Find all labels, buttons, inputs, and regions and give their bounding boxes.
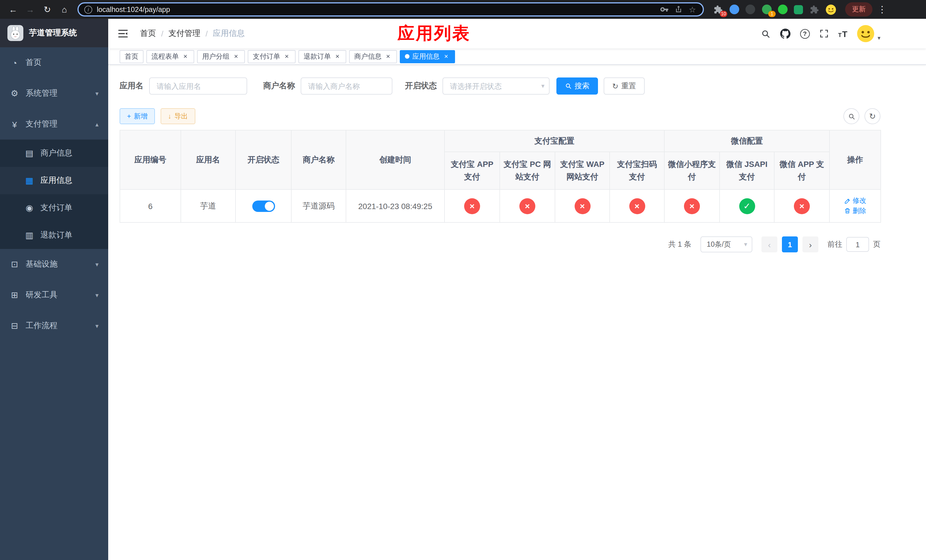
export-button[interactable]: ↓ 导出 bbox=[160, 108, 195, 124]
sidebar-item-pay-order[interactable]: ◉ 支付订单 bbox=[0, 194, 108, 222]
goto-suffix-label: 页 bbox=[873, 239, 881, 250]
chrome-update-button[interactable]: 更新 bbox=[845, 2, 873, 17]
edit-link[interactable]: 修改 bbox=[844, 196, 866, 206]
col-group-alipay: 支付宝配置 bbox=[445, 130, 664, 152]
page-size-select[interactable]: ▾ bbox=[701, 236, 752, 252]
close-icon[interactable]: × bbox=[232, 53, 240, 60]
extension-blue-icon[interactable] bbox=[729, 5, 739, 14]
site-info-icon[interactable]: i bbox=[84, 5, 92, 14]
extension-dark-icon[interactable] bbox=[746, 5, 755, 14]
extension-green-badged-icon[interactable]: 1 bbox=[761, 4, 772, 15]
search-button-label: 搜索 bbox=[575, 81, 589, 91]
tab-pay-order[interactable]: 支付订单 × bbox=[248, 50, 295, 63]
toggle-search-button[interactable] bbox=[843, 108, 859, 124]
tab-home[interactable]: 首页 bbox=[120, 50, 144, 63]
close-icon[interactable]: × bbox=[384, 53, 392, 60]
sidebar-item-merchant-info[interactable]: ▤ 商户信息 bbox=[0, 139, 108, 167]
tags-view: 首页 流程表单 × 用户分组 × 支付订单 × 退款订单 × bbox=[108, 48, 926, 65]
col-alipay-qr: 支付宝扫码支付 bbox=[610, 152, 664, 189]
header-search-icon[interactable] bbox=[761, 29, 770, 38]
cell-alipay-qr: × bbox=[610, 189, 664, 222]
table-tools: ↻ bbox=[843, 108, 881, 124]
add-button[interactable]: + 新增 bbox=[120, 108, 155, 124]
user-menu[interactable]: ▾ bbox=[857, 25, 881, 42]
help-icon[interactable]: ? bbox=[800, 29, 809, 38]
share-icon[interactable] bbox=[675, 5, 683, 14]
tab-merchant-info[interactable]: 商户信息 × bbox=[349, 50, 397, 63]
status-select-input[interactable] bbox=[442, 77, 549, 95]
app-logo: 芋道管理系统 bbox=[0, 19, 108, 47]
status-toggle[interactable] bbox=[252, 200, 275, 212]
page-content: 应用名 商户名称 开启状态 ▾ 搜索 ↻ 重置 bbox=[108, 65, 926, 560]
url-text: localhost:1024/pay/app bbox=[97, 5, 656, 14]
page-size-value[interactable] bbox=[701, 236, 752, 252]
tab-user-group[interactable]: 用户分组 × bbox=[197, 50, 245, 63]
extension-dark-puzzle-icon[interactable] bbox=[809, 4, 820, 15]
sidebar-item-dev-tools[interactable]: ⊞ 研发工具 ▾ bbox=[0, 280, 108, 310]
cell-alipay-app: × bbox=[445, 189, 500, 222]
user-avatar[interactable] bbox=[857, 25, 874, 42]
reload-icon[interactable]: ↻ bbox=[40, 2, 54, 17]
extensions-puzzle-icon[interactable]: 10 bbox=[713, 4, 723, 15]
app-grid-icon: ▦ bbox=[24, 176, 34, 186]
col-wechat-app: 微信 APP 支付 bbox=[774, 152, 829, 189]
menu-label: 商户信息 bbox=[41, 148, 72, 158]
goto-page-input[interactable] bbox=[846, 237, 869, 252]
address-bar[interactable]: i localhost:1024/pay/app ☆ bbox=[77, 2, 704, 17]
tab-app-info[interactable]: 应用信息 × bbox=[400, 50, 455, 63]
sidebar-item-workflow[interactable]: ⊟ 工作流程 ▾ bbox=[0, 310, 108, 341]
prev-page-button[interactable]: ‹ bbox=[761, 236, 777, 252]
font-size-icon[interactable]: TT bbox=[838, 29, 847, 38]
font-large-glyph: T bbox=[842, 29, 847, 38]
chevron-down-icon: ▾ bbox=[95, 291, 98, 299]
sidebar-toggle-icon[interactable] bbox=[117, 27, 130, 40]
menu-label: 支付订单 bbox=[41, 203, 72, 213]
forward-icon[interactable]: → bbox=[23, 2, 38, 17]
home-icon[interactable]: ⌂ bbox=[57, 2, 72, 17]
menu-label: 应用信息 bbox=[41, 176, 72, 186]
tab-refund-order[interactable]: 退款订单 × bbox=[298, 50, 346, 63]
close-icon[interactable]: × bbox=[334, 53, 341, 60]
page-1-button[interactable]: 1 bbox=[782, 236, 798, 252]
status-label: 开启状态 bbox=[405, 81, 437, 91]
merchant-card-icon: ▤ bbox=[24, 148, 34, 158]
extension-bright-green-icon[interactable] bbox=[778, 5, 788, 14]
close-icon[interactable]: × bbox=[283, 53, 291, 60]
sidebar-item-system[interactable]: ⚙ 系统管理 ▾ bbox=[0, 78, 108, 109]
close-icon[interactable]: × bbox=[182, 53, 189, 60]
reset-button-label: 重置 bbox=[621, 81, 636, 91]
sidebar-item-refund-order[interactable]: ▥ 退款订单 bbox=[0, 222, 108, 249]
col-status: 开启状态 bbox=[236, 130, 291, 189]
alipay-qr-status-icon: × bbox=[629, 198, 645, 214]
merchant-name-input[interactable] bbox=[301, 77, 392, 95]
sidebar-item-home[interactable]: ◔ 首页 bbox=[0, 47, 108, 78]
cell-app-name: 芋道 bbox=[181, 189, 236, 222]
sidebar-item-app-info[interactable]: ▦ 应用信息 bbox=[0, 167, 108, 194]
menu-label: 首页 bbox=[26, 58, 42, 68]
chevron-down-icon: ▾ bbox=[95, 322, 98, 330]
breadcrumb-home[interactable]: 首页 bbox=[140, 29, 156, 39]
close-icon[interactable]: × bbox=[442, 53, 450, 60]
search-button[interactable]: 搜索 bbox=[557, 77, 598, 95]
next-page-button[interactable]: › bbox=[802, 236, 819, 252]
sidebar-item-payment[interactable]: ¥ 支付管理 ▴ bbox=[0, 109, 108, 139]
back-icon[interactable]: ← bbox=[6, 2, 21, 17]
sidebar-item-infrastructure[interactable]: ⊡ 基础设施 ▾ bbox=[0, 249, 108, 280]
status-select[interactable]: ▾ bbox=[442, 77, 549, 95]
fullscreen-icon[interactable] bbox=[819, 29, 828, 38]
reset-button[interactable]: ↻ 重置 bbox=[604, 77, 645, 95]
bookmark-star-icon[interactable]: ☆ bbox=[689, 5, 696, 14]
tab-label: 首页 bbox=[125, 51, 138, 61]
password-key-icon[interactable] bbox=[660, 5, 669, 14]
cell-alipay-wap: × bbox=[555, 189, 610, 222]
tab-process-form[interactable]: 流程表单 × bbox=[146, 50, 194, 63]
delete-link[interactable]: 删除 bbox=[844, 206, 866, 216]
browser-profile-avatar[interactable] bbox=[826, 4, 836, 15]
app-name-input[interactable] bbox=[149, 77, 247, 95]
cell-wechat-app: × bbox=[774, 189, 829, 222]
extension-green-square-icon[interactable] bbox=[794, 5, 803, 14]
github-icon[interactable] bbox=[780, 29, 790, 39]
browser-menu-kebab-icon[interactable]: ⋮ bbox=[875, 2, 890, 17]
dashboard-icon: ◔ bbox=[10, 58, 20, 68]
refresh-table-button[interactable]: ↻ bbox=[864, 108, 881, 124]
